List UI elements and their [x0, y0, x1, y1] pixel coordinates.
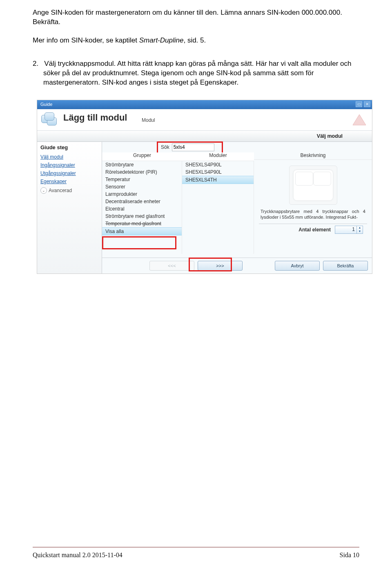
cancel-button[interactable]: Avbryt — [275, 261, 320, 271]
window-close-icon[interactable]: ✕ — [364, 101, 370, 107]
window-title: Guide — [40, 102, 52, 107]
modules-column-header: Moduler — [182, 152, 254, 161]
wizard-subtitle: Modul — [142, 117, 155, 123]
list-item-selected[interactable]: SHE5XLS4TH — [182, 176, 254, 184]
footer-rule — [33, 547, 359, 547]
chevron-down-icon: ⌄ — [40, 187, 47, 194]
window-titlebar: Guide ▭ ✕ — [37, 100, 372, 109]
list-item[interactable]: Sensorer — [102, 183, 182, 190]
list-item[interactable]: Strömbrytare — [102, 161, 182, 168]
list-item[interactable]: SHE5XLS4P90L — [182, 161, 254, 168]
element-count-label: Antal element — [298, 227, 331, 233]
list-item[interactable]: Temperatur — [102, 176, 182, 183]
stepper-down-icon[interactable]: ▼ — [357, 230, 363, 233]
list-item[interactable]: Rörelsedetektorer (PIR) — [102, 168, 182, 176]
paragraph-2-italic: Smart-Dupline — [139, 36, 184, 44]
groups-list[interactable]: Strömbrytare Rörelsedetektorer (PIR) Tem… — [102, 161, 182, 254]
element-count-value: 1 — [335, 226, 356, 233]
brand-logo — [351, 112, 368, 127]
svg-marker-0 — [353, 114, 366, 125]
sidebar-title: Giude steg — [40, 144, 98, 150]
sidebar-link-valj-modul[interactable]: Välj modul — [40, 153, 98, 161]
sidebar-link-ingang[interactable]: Ingångssignaler — [40, 161, 98, 169]
sidebar-advanced-label: Avancerad — [49, 188, 72, 193]
wizard-sidebar: Giude steg Välj modul Ingångssignaler Ut… — [37, 142, 102, 273]
modules-list[interactable]: SHE5XLS4P90L SHE5XLS4P90L SHE5XLS4TH — [182, 161, 254, 254]
wizard-heading: Lägg till modul — [63, 112, 127, 123]
list-item[interactable]: Strömbrytare med glasfront — [102, 213, 182, 220]
list-number: 2. — [33, 60, 38, 67]
module-icon — [41, 112, 58, 127]
sidebar-advanced-toggle[interactable]: ⌄ Avancerad — [40, 187, 98, 194]
list-item-selected[interactable]: Visa alla — [102, 227, 182, 235]
list-item[interactable]: Elcentral — [102, 205, 182, 213]
groups-column-header: Grupper — [102, 152, 182, 161]
list-item[interactable]: Decentraliserade enheter — [102, 198, 182, 205]
product-description: Tryckknappsbrytare med 4 tryckknappar oc… — [261, 209, 365, 221]
window-restore-icon[interactable]: ▭ — [356, 101, 362, 107]
sidebar-link-utgang[interactable]: Utgångssignaler — [40, 169, 98, 177]
footer-left: Quickstart manual 2.0 2015-11-04 — [33, 551, 122, 559]
step-banner: Välj modul — [37, 131, 372, 142]
list-item[interactable]: Larmprodukter — [102, 190, 182, 198]
description-column-header: Beskrivning — [254, 152, 372, 160]
confirm-button[interactable]: Bekräfta — [323, 261, 368, 271]
paragraph-2: Mer info om SIN-koder, se kaptilet Smart… — [33, 36, 359, 45]
prev-button: <<< — [149, 261, 194, 271]
list-item[interactable]: Temperatur med glasfront — [102, 220, 182, 227]
paragraph-2-a: Mer info om SIN-koder, se kaptilet — [33, 36, 139, 44]
search-input[interactable] — [172, 143, 214, 151]
next-button[interactable]: >>> — [198, 261, 243, 271]
footer-right: Sida 10 — [340, 551, 359, 559]
paragraph-1: Ange SIN-koden för mastergeneratorn om d… — [33, 8, 359, 27]
product-image — [289, 166, 337, 205]
sidebar-link-egenskaper[interactable]: Egenskaper — [40, 177, 98, 186]
highlight-box-visa-alla — [102, 236, 176, 249]
element-count-stepper[interactable]: 1 ▲▼ — [335, 226, 363, 234]
paragraph-2-b: , sid. 5. — [183, 36, 206, 44]
numbered-item-2: 2. Välj tryckknappsmodul. Att hitta rätt… — [33, 59, 359, 87]
list-text: Välj tryckknappsmodul. Att hitta rätt kn… — [43, 60, 352, 86]
wizard-main: Sök Grupper Strömbrytare Rörelsedetektor… — [102, 142, 372, 273]
wizard-screenshot: Guide ▭ ✕ Lägg till modul Modul Välj mod… — [37, 100, 372, 274]
list-item[interactable]: SHE5XLS4P90L — [182, 168, 254, 176]
search-label: Sök — [161, 144, 169, 150]
stepper-up-icon[interactable]: ▲ — [357, 226, 363, 230]
